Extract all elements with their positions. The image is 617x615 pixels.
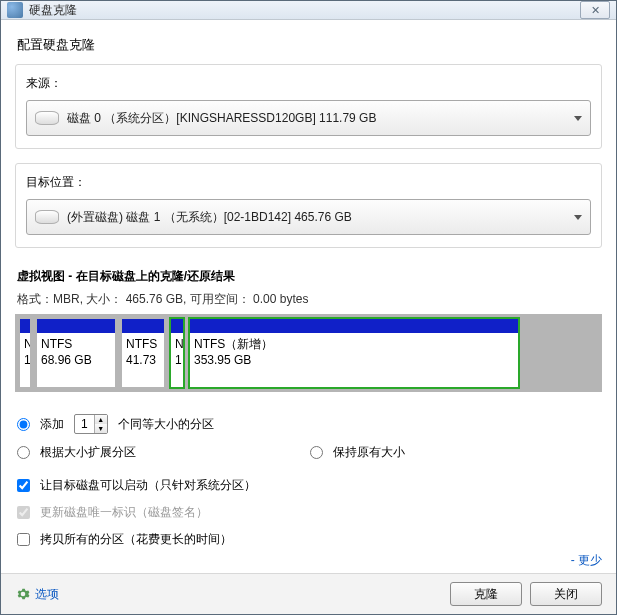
partition-header-bar [171,319,183,333]
disk-map: N1NTFS68.96 GBNTFS41.73N1NTFS（新增）353.95 … [15,314,602,392]
virtual-view-title: 虚拟视图 - 在目标磁盘上的克隆/还原结果 [17,268,602,285]
option-size-row: 根据大小扩展分区 保持原有大小 [17,444,602,461]
partition-header-bar [20,319,30,333]
close-footer-button[interactable]: 关闭 [530,582,602,606]
radio-expand[interactable] [17,446,30,459]
option-copy-all[interactable]: 拷贝所有的分区（花费更长的时间） [17,531,602,548]
radio-add[interactable] [17,418,30,431]
format-line: 格式：MBR, 大小： 465.76 GB, 可用空间： 0.00 bytes [17,291,602,308]
gear-icon [15,586,31,602]
disk-icon [35,210,59,224]
partition-header-bar [190,319,518,333]
titlebar: 硬盘克隆 ✕ [1,1,616,20]
clone-button[interactable]: 克隆 [450,582,522,606]
partition-info: NTFS（新增）353.95 GB [190,333,518,371]
copy-all-label: 拷贝所有的分区（花费更长的时间） [40,531,232,548]
option-bootable[interactable]: 让目标磁盘可以启动（只针对系统分区） [17,477,602,494]
source-label: 来源： [26,75,591,92]
add-label-pre: 添加 [40,416,64,433]
partition-block[interactable]: NTFS41.73 [120,317,166,389]
source-combo-text: 磁盘 0 （系统分区）[KINGSHARESSD120GB] 111.79 GB [67,110,568,127]
spinner-down-icon[interactable]: ▼ [95,424,107,433]
partition-block[interactable]: NTFS68.96 GB [35,317,117,389]
partition-block[interactable]: N1 [18,317,32,389]
window-title: 硬盘克隆 [29,2,580,19]
option-update-signature: 更新磁盘唯一标识（磁盘签名） [17,504,602,521]
partition-info: NTFS41.73 [122,333,164,371]
radio-keep[interactable] [310,446,323,459]
source-group: 来源： 磁盘 0 （系统分区）[KINGSHARESSD120GB] 111.7… [15,64,602,149]
add-count-value: 1 [75,417,94,431]
less-link[interactable]: - 更少 [571,552,602,569]
footer: 选项 克隆 关闭 [1,573,616,614]
partition-info: NTFS68.96 GB [37,333,115,371]
checkbox-copy-all[interactable] [17,533,30,546]
add-count-spinner[interactable]: 1 ▲ ▼ [74,414,108,434]
partition-info: N1 [171,333,183,371]
keep-label: 保持原有大小 [333,444,405,461]
source-combo[interactable]: 磁盘 0 （系统分区）[KINGSHARESSD120GB] 111.79 GB [26,100,591,136]
chevron-down-icon [574,215,582,220]
partition-block[interactable]: N1 [169,317,185,389]
options-block: 添加 1 ▲ ▼ 个同等大小的分区 根据大小扩展分区 保持原有大小 [17,414,602,569]
close-icon: ✕ [591,4,600,17]
checkbox-update-sig [17,506,30,519]
partition-header-bar [37,319,115,333]
target-combo[interactable]: (外置磁盘) 磁盘 1 （无系统）[02-1BD142] 465.76 GB [26,199,591,235]
option-keep[interactable]: 保持原有大小 [310,444,603,461]
dialog-window: 硬盘克隆 ✕ 配置硬盘克隆 来源： 磁盘 0 （系统分区）[KINGSHARES… [0,0,617,615]
partition-info: N1 [20,333,30,371]
update-sig-label: 更新磁盘唯一标识（磁盘签名） [40,504,208,521]
chevron-down-icon [574,116,582,121]
page-heading: 配置硬盘克隆 [17,36,602,54]
target-group: 目标位置： (外置磁盘) 磁盘 1 （无系统）[02-1BD142] 465.7… [15,163,602,248]
option-expand[interactable]: 根据大小扩展分区 [17,444,310,461]
option-add-partitions[interactable]: 添加 1 ▲ ▼ 个同等大小的分区 [17,414,602,434]
target-combo-text: (外置磁盘) 磁盘 1 （无系统）[02-1BD142] 465.76 GB [67,209,568,226]
options-link[interactable]: 选项 [35,586,59,603]
expand-label: 根据大小扩展分区 [40,444,136,461]
partition-block[interactable]: NTFS（新增）353.95 GB [188,317,520,389]
add-label-post: 个同等大小的分区 [118,416,214,433]
checkbox-bootable[interactable] [17,479,30,492]
spinner-up-icon[interactable]: ▲ [95,415,107,424]
target-label: 目标位置： [26,174,591,191]
partition-header-bar [122,319,164,333]
app-icon [7,2,23,18]
bootable-label: 让目标磁盘可以启动（只针对系统分区） [40,477,256,494]
content-area: 配置硬盘克隆 来源： 磁盘 0 （系统分区）[KINGSHARESSD120GB… [1,20,616,573]
disk-icon [35,111,59,125]
close-button[interactable]: ✕ [580,1,610,19]
